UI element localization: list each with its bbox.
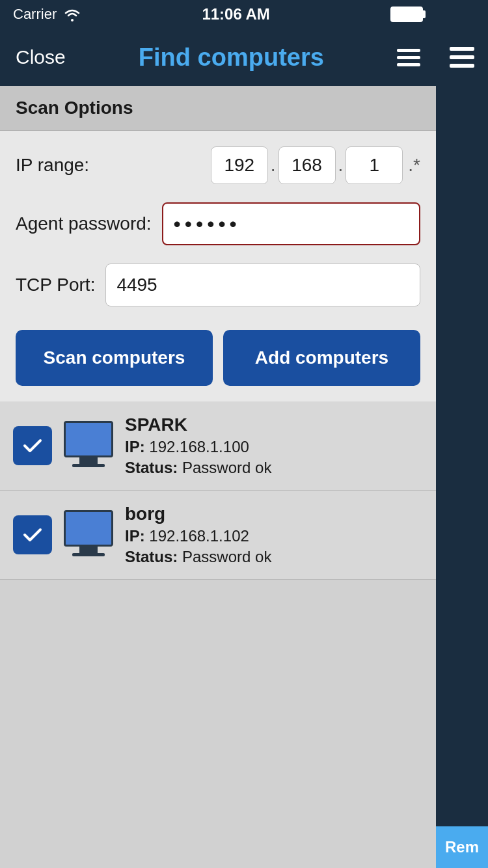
list-item[interactable]: SPARK IP: 192.168.1.100 Status: Password… (0, 401, 436, 491)
computer-name: SPARK (125, 414, 271, 435)
sidebar-menu-line (450, 64, 474, 68)
status-time: 11:06 AM (202, 5, 269, 23)
computer-name: borg (125, 504, 271, 524)
battery-icon (390, 7, 423, 22)
ip-part1-input[interactable] (211, 146, 268, 184)
list-item[interactable]: borg IP: 192.168.1.102 Status: Password … (0, 491, 436, 580)
check-icon[interactable] (13, 515, 52, 554)
carrier-label: Carrier (13, 6, 57, 23)
computer-ip: IP: 192.168.1.102 (125, 527, 271, 545)
computer-info: SPARK IP: 192.168.1.100 Status: Password… (125, 414, 271, 477)
sidebar-menu-line (450, 47, 474, 51)
monitor-icon (62, 510, 115, 560)
page-title: Find computers (139, 44, 324, 72)
computer-status: Status: Password ok (125, 459, 271, 477)
tcp-port-input[interactable] (105, 264, 420, 306)
ip-part3-input[interactable] (346, 146, 403, 184)
scan-computers-button[interactable]: Scan computers (16, 330, 213, 386)
tcp-port-label: TCP Port: (16, 275, 95, 295)
ip-wildcard: .* (408, 155, 420, 176)
monitor-icon (62, 421, 115, 470)
computer-list: SPARK IP: 192.168.1.100 Status: Password… (0, 401, 436, 580)
computer-ip: IP: 192.168.1.100 (125, 438, 271, 456)
wifi-icon (63, 7, 81, 21)
ip-part2-input[interactable] (278, 146, 336, 184)
sidebar-menu-line (450, 55, 474, 59)
agent-password-label: Agent password: (16, 213, 152, 234)
ip-dot-2: . (338, 155, 344, 176)
agent-password-input[interactable] (162, 202, 420, 245)
rem-label[interactable]: Rem (436, 826, 488, 868)
ip-range-label: IP range: (16, 155, 89, 176)
ip-dot-1: . (271, 155, 276, 176)
scan-options-header: Scan Options (0, 86, 436, 131)
computer-status: Status: Password ok (125, 548, 271, 566)
add-computers-button[interactable]: Add computers (223, 330, 420, 386)
computer-info: borg IP: 192.168.1.102 Status: Password … (125, 504, 271, 566)
check-icon[interactable] (13, 426, 52, 465)
close-button[interactable]: Close (16, 46, 66, 68)
menu-icon[interactable] (397, 49, 420, 66)
